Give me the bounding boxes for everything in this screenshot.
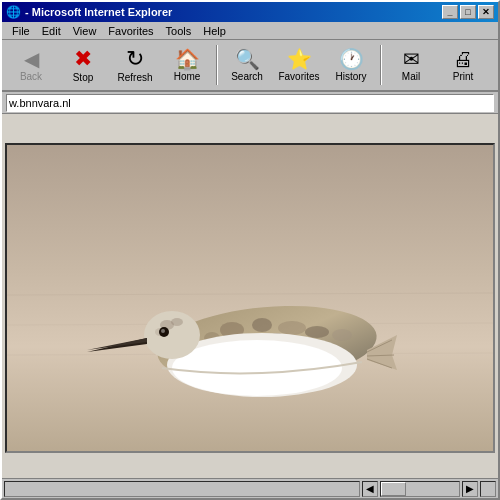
favorites-icon: ⭐ — [287, 49, 312, 69]
bird-scene — [5, 143, 495, 453]
stop-button[interactable]: ✖ Stop — [58, 42, 108, 88]
history-icon: 🕐 — [339, 49, 364, 69]
maximize-button[interactable]: □ — [460, 5, 476, 19]
mail-icon: ✉ — [403, 49, 420, 69]
close-button[interactable]: ✕ — [478, 5, 494, 19]
search-button[interactable]: 🔍 Search — [222, 42, 272, 88]
refresh-icon: ↻ — [126, 48, 144, 70]
toolbar-separator-1 — [216, 45, 218, 85]
favorites-button[interactable]: ⭐ Favorites — [274, 42, 324, 88]
mail-button[interactable]: ✉ Mail — [386, 42, 436, 88]
browser-icon: 🌐 — [6, 5, 21, 19]
status-text — [4, 481, 360, 497]
svg-point-9 — [305, 326, 329, 338]
stop-icon: ✖ — [74, 48, 92, 70]
content-area — [2, 114, 498, 482]
svg-point-7 — [252, 318, 272, 332]
menu-view[interactable]: View — [67, 23, 103, 39]
title-bar-left: 🌐 - Microsoft Internet Explorer — [6, 5, 172, 19]
menu-file[interactable]: File — [6, 23, 36, 39]
menu-bar: File Edit View Favorites Tools Help — [2, 22, 498, 40]
svg-point-18 — [171, 318, 183, 326]
menu-help[interactable]: Help — [197, 23, 232, 39]
svg-point-16 — [144, 311, 200, 359]
menu-tools[interactable]: Tools — [160, 23, 198, 39]
back-icon: ◀ — [24, 49, 39, 69]
stop-label: Stop — [73, 72, 94, 83]
home-icon: 🏠 — [175, 49, 200, 69]
svg-point-8 — [278, 321, 306, 335]
back-label: Back — [20, 71, 42, 82]
address-input[interactable] — [6, 94, 494, 112]
address-bar — [2, 92, 498, 114]
scroll-right-button[interactable]: ▶ — [462, 481, 478, 497]
horizontal-scrollbar[interactable] — [380, 481, 460, 497]
home-label: Home — [174, 71, 201, 82]
refresh-button[interactable]: ↻ Refresh — [110, 42, 160, 88]
minimize-button[interactable]: _ — [442, 5, 458, 19]
search-icon: 🔍 — [235, 49, 260, 69]
title-bar: 🌐 - Microsoft Internet Explorer _ □ ✕ — [2, 2, 498, 22]
favorites-label: Favorites — [278, 71, 319, 82]
svg-rect-0 — [7, 145, 495, 453]
svg-point-10 — [332, 329, 352, 341]
toolbar-separator-2 — [380, 45, 382, 85]
history-button[interactable]: 🕐 History — [326, 42, 376, 88]
print-label: Print — [453, 71, 474, 82]
mail-label: Mail — [402, 71, 420, 82]
history-label: History — [335, 71, 366, 82]
scroll-left-button[interactable]: ◀ — [362, 481, 378, 497]
search-label: Search — [231, 71, 263, 82]
print-icon: 🖨 — [453, 49, 473, 69]
refresh-label: Refresh — [117, 72, 152, 83]
print-button[interactable]: 🖨 Print — [438, 42, 488, 88]
resize-grip — [480, 481, 496, 497]
menu-edit[interactable]: Edit — [36, 23, 67, 39]
scrollbar-thumb[interactable] — [381, 482, 406, 496]
back-button[interactable]: ◀ Back — [6, 42, 56, 88]
window-title: - Microsoft Internet Explorer — [25, 6, 172, 18]
menu-favorites[interactable]: Favorites — [102, 23, 159, 39]
browser-window: 🌐 - Microsoft Internet Explorer _ □ ✕ Fi… — [0, 0, 500, 500]
status-bar: ◀ ▶ — [2, 478, 498, 498]
bird-image — [7, 145, 495, 453]
home-button[interactable]: 🏠 Home — [162, 42, 212, 88]
svg-point-21 — [161, 329, 165, 333]
title-bar-buttons: _ □ ✕ — [442, 5, 494, 19]
toolbar: ◀ Back ✖ Stop ↻ Refresh 🏠 Home 🔍 Search … — [2, 40, 498, 92]
